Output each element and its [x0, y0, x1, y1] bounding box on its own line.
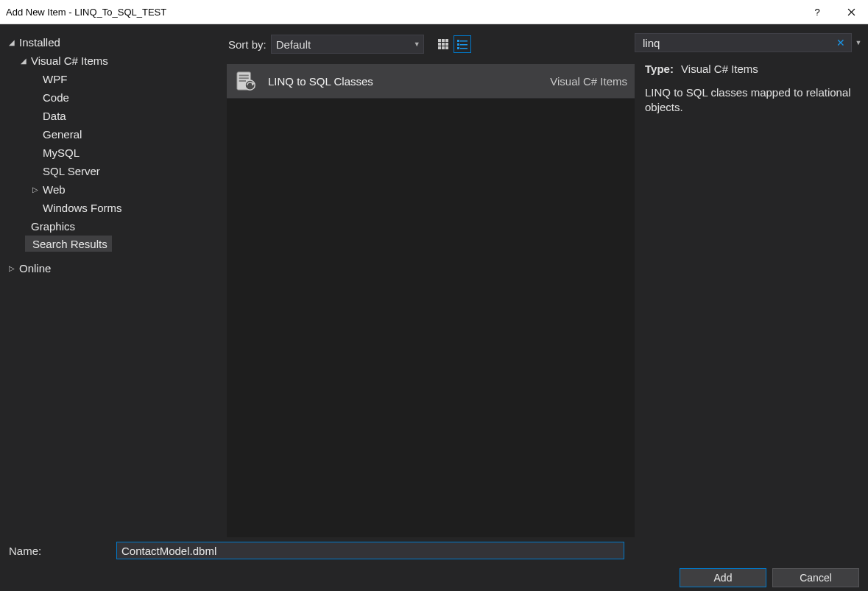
clear-search-icon[interactable]: ✕ — [833, 37, 848, 49]
svg-rect-9 — [457, 40, 459, 42]
tree-windows-forms[interactable]: Windows Forms — [0, 199, 227, 217]
svg-rect-7 — [442, 46, 445, 49]
view-list[interactable] — [454, 35, 471, 53]
template-toolbar: Sort by: Default ▼ — [227, 24, 635, 60]
template-item-linq-to-sql[interactable]: LINQ to SQL Classes Visual C# Items — [227, 64, 635, 99]
template-description: LINQ to SQL classes mapped to relational… — [645, 85, 861, 116]
window-controls: ? — [800, 0, 868, 24]
template-list: LINQ to SQL Classes Visual C# Items — [227, 64, 635, 537]
svg-rect-13 — [457, 47, 459, 49]
svg-rect-10 — [460, 40, 467, 42]
tree-sql-server[interactable]: SQL Server — [0, 162, 227, 180]
template-panel: Sort by: Default ▼ — [227, 24, 635, 537]
window-title: Add New Item - LINQ_To_SQL_TEST — [6, 7, 800, 18]
tree-online[interactable]: ▷ Online — [0, 259, 227, 277]
svg-rect-18 — [239, 80, 246, 82]
tree-web[interactable]: ▷ Web — [0, 180, 227, 199]
svg-rect-12 — [460, 44, 467, 46]
collapse-icon: ▷ — [31, 185, 40, 194]
search-box[interactable]: ✕ — [635, 33, 852, 52]
tree-installed[interactable]: ◢ Installed — [0, 33, 227, 52]
type-label: Type: — [645, 63, 674, 75]
details-panel: ✕ ▼ Type: Visual C# Items LINQ to SQL cl… — [635, 24, 868, 537]
cancel-button[interactable]: Cancel — [772, 568, 859, 587]
svg-rect-2 — [445, 39, 448, 42]
expand-icon: ◢ — [19, 57, 28, 65]
chevron-down-icon: ▼ — [414, 40, 420, 48]
tree-search-results[interactable]: Search Results — [25, 236, 112, 252]
name-label: Name: — [9, 545, 116, 557]
linq-to-sql-icon — [234, 69, 258, 93]
svg-rect-16 — [239, 75, 249, 77]
tree-wpf[interactable]: WPF — [0, 70, 227, 88]
expand-icon: ◢ — [7, 38, 16, 46]
tree-graphics[interactable]: ▷ Graphics — [0, 217, 227, 236]
titlebar: Add New Item - LINQ_To_SQL_TEST ? — [0, 0, 868, 24]
sort-by-label: Sort by: — [228, 38, 267, 51]
svg-rect-6 — [438, 46, 441, 49]
svg-rect-0 — [438, 39, 441, 42]
svg-rect-4 — [442, 43, 445, 46]
svg-rect-3 — [438, 43, 441, 46]
template-name: LINQ to SQL Classes — [268, 75, 550, 88]
svg-rect-8 — [445, 46, 448, 49]
add-button[interactable]: Add — [680, 568, 766, 587]
tree-csharp-items[interactable]: ◢ Visual C# Items — [0, 52, 227, 70]
template-language: Visual C# Items — [550, 75, 627, 88]
tree-general[interactable]: General — [0, 125, 227, 144]
type-value: Visual C# Items — [681, 63, 758, 75]
svg-rect-14 — [460, 48, 467, 49]
bottom-bar: Name: Add Cancel — [0, 537, 868, 591]
svg-rect-17 — [239, 77, 249, 79]
sort-by-select[interactable]: Default ▼ — [271, 35, 424, 54]
close-button[interactable] — [834, 0, 868, 24]
svg-rect-5 — [445, 43, 448, 46]
tree-mysql[interactable]: MySQL — [0, 144, 227, 162]
tree-code[interactable]: Code — [0, 88, 227, 107]
collapse-icon: ▷ — [7, 264, 16, 272]
tree-data[interactable]: Data — [0, 107, 227, 125]
svg-rect-11 — [457, 43, 459, 46]
svg-point-19 — [245, 80, 255, 90]
search-options-dropdown[interactable]: ▼ — [853, 39, 864, 46]
help-button[interactable]: ? — [800, 0, 834, 24]
name-input[interactable] — [116, 542, 624, 559]
view-small-icons[interactable] — [434, 35, 452, 53]
category-tree: ◢ Installed ◢ Visual C# Items WPF Code D… — [0, 24, 227, 537]
search-input[interactable] — [641, 36, 833, 50]
svg-rect-1 — [442, 39, 445, 42]
